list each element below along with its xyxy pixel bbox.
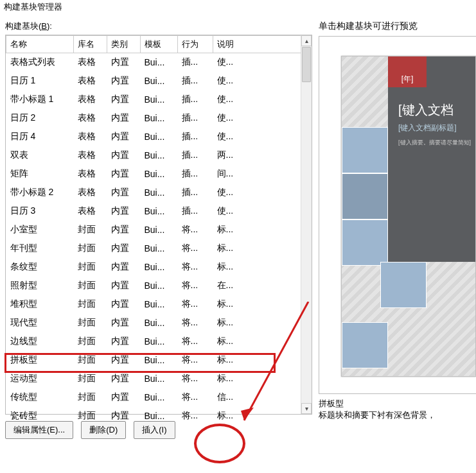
table-row[interactable]: 瓷砖型封面内置Bui...将...标...: [6, 407, 312, 426]
scroll-down-button[interactable]: ▾: [301, 403, 312, 414]
table-row[interactable]: 带小标题 2表格内置Bui...插...使...: [6, 184, 312, 202]
cell-lib: 封面: [74, 314, 107, 332]
table-row[interactable]: 拼板型封面内置Bui...将...标...: [6, 351, 312, 370]
cell-cat: 内置: [107, 72, 141, 90]
window-title: 构建基块管理器: [0, 0, 476, 14]
cell-name: 边线型: [6, 332, 74, 351]
table-row[interactable]: 现代型封面内置Bui...将...标...: [6, 314, 312, 332]
cell-lib: 封面: [74, 407, 107, 426]
cell-act: 插...: [178, 72, 213, 90]
table-header-row[interactable]: 名称 库名 类别 模板 行为 说明: [6, 36, 312, 53]
col-header-cat[interactable]: 类别: [107, 36, 141, 53]
cell-tpl: Bui...: [141, 202, 178, 221]
cell-lib: 封面: [74, 351, 107, 370]
cell-desc: 标...: [213, 239, 312, 258]
scroll-thumb[interactable]: [302, 47, 311, 82]
cover-year-block: [年]: [388, 56, 427, 87]
cell-act: 将...: [178, 332, 213, 351]
cell-tpl: Bui...: [141, 239, 178, 258]
cell-act: 插...: [178, 53, 213, 72]
col-header-name[interactable]: 名称: [6, 36, 74, 53]
col-header-act[interactable]: 行为: [178, 36, 213, 53]
cell-act: 将...: [178, 351, 213, 370]
col-header-desc[interactable]: 说明: [213, 36, 312, 53]
cover-preview: [键入文档 [键入文档副标题] [键入摘要。摘要请尽量简短] [年]: [341, 56, 476, 377]
cell-desc: 使...: [213, 128, 312, 146]
cell-desc: 信...: [213, 388, 312, 407]
table-row[interactable]: 条纹型封面内置Bui...将...标...: [6, 258, 312, 277]
cell-desc: 使...: [213, 202, 312, 221]
cell-tpl: Bui...: [141, 295, 178, 314]
table-row[interactable]: 双表表格内置Bui...插...两...: [6, 146, 312, 165]
cell-name: 日历 3: [6, 202, 74, 221]
cell-cat: 内置: [107, 295, 141, 314]
table-row[interactable]: 传统型封面内置Bui...将...信...: [6, 388, 312, 407]
cell-desc: 使...: [213, 72, 312, 90]
table-row[interactable]: 小室型封面内置Bui...将...标...: [6, 221, 312, 239]
cell-lib: 封面: [74, 295, 107, 314]
cell-name: 照射型: [6, 277, 74, 295]
preview-caption: 拼板型 标题块和摘要下衬有深色背景，: [319, 398, 476, 421]
cell-name: 运动型: [6, 370, 74, 388]
table-row[interactable]: 日历 1表格内置Bui...插...使...: [6, 72, 312, 90]
cover-title: [键入文档: [398, 101, 476, 119]
cover-subtitle: [键入文档副标题]: [398, 123, 476, 133]
cell-tpl: Bui...: [141, 351, 178, 370]
cell-lib: 封面: [74, 332, 107, 351]
cell-cat: 内置: [107, 146, 141, 165]
cell-cat: 内置: [107, 239, 141, 258]
vertical-scrollbar[interactable]: ▴ ▾: [301, 35, 312, 414]
cell-name: 日历 4: [6, 128, 74, 146]
cell-act: 将...: [178, 258, 213, 277]
cell-tpl: Bui...: [141, 332, 178, 351]
cell-lib: 封面: [74, 221, 107, 239]
cell-tpl: Bui...: [141, 221, 178, 239]
scroll-up-button[interactable]: ▴: [301, 35, 312, 46]
cell-tpl: Bui...: [141, 109, 178, 128]
col-header-lib[interactable]: 库名: [74, 36, 107, 53]
table-row[interactable]: 边线型封面内置Bui...将...标...: [6, 332, 312, 351]
cell-lib: 表格: [74, 90, 107, 109]
preview-label: 单击构建基块可进行预览: [319, 21, 476, 32]
cell-desc: 间...: [213, 165, 312, 184]
cell-act: 插...: [178, 109, 213, 128]
table-row[interactable]: 表格式列表表格内置Bui...插...使...: [6, 53, 312, 72]
preview-pane: [键入文档 [键入文档副标题] [键入摘要。摘要请尽量简短] [年]: [319, 36, 476, 394]
table-row[interactable]: 堆积型封面内置Bui...将...标...: [6, 295, 312, 314]
cell-cat: 内置: [107, 90, 141, 109]
cell-tpl: Bui...: [141, 53, 178, 72]
col-header-tpl[interactable]: 模板: [141, 36, 178, 53]
cell-name: 日历 1: [6, 72, 74, 90]
building-blocks-table[interactable]: 名称 库名 类别 模板 行为 说明 表格式列表表格内置Bui...插...使..…: [5, 35, 312, 415]
cell-desc: 使...: [213, 109, 312, 128]
cell-name: 表格式列表: [6, 53, 74, 72]
table-row[interactable]: 日历 2表格内置Bui...插...使...: [6, 109, 312, 128]
table-row[interactable]: 照射型封面内置Bui...将...在...: [6, 277, 312, 295]
table-row[interactable]: 日历 3表格内置Bui...插...使...: [6, 202, 312, 221]
cell-tpl: Bui...: [141, 407, 178, 426]
cell-cat: 内置: [107, 370, 141, 388]
cell-desc: 标...: [213, 407, 312, 426]
cell-tpl: Bui...: [141, 370, 178, 388]
cell-name: 矩阵: [6, 165, 74, 184]
cell-name: 日历 2: [6, 109, 74, 128]
table-row[interactable]: 日历 4表格内置Bui...插...使...: [6, 128, 312, 146]
table-row[interactable]: 带小标题 1表格内置Bui...插...使...: [6, 90, 312, 109]
cell-name: 瓷砖型: [6, 407, 74, 426]
cell-cat: 内置: [107, 202, 141, 221]
cell-lib: 表格: [74, 72, 107, 90]
cell-cat: 内置: [107, 221, 141, 239]
cell-name: 带小标题 2: [6, 184, 74, 202]
table-row[interactable]: 运动型封面内置Bui...将...标...: [6, 370, 312, 388]
cell-desc: 标...: [213, 332, 312, 351]
table-row[interactable]: 矩阵表格内置Bui...插...间...: [6, 165, 312, 184]
cell-cat: 内置: [107, 184, 141, 202]
cell-cat: 内置: [107, 53, 141, 72]
cell-lib: 封面: [74, 258, 107, 277]
table-row[interactable]: 年刊型封面内置Bui...将...标...: [6, 239, 312, 258]
cell-lib: 表格: [74, 184, 107, 202]
cell-desc: 使...: [213, 90, 312, 109]
cell-cat: 内置: [107, 314, 141, 332]
cell-tpl: Bui...: [141, 258, 178, 277]
preview-caption-name: 拼板型: [319, 398, 476, 409]
